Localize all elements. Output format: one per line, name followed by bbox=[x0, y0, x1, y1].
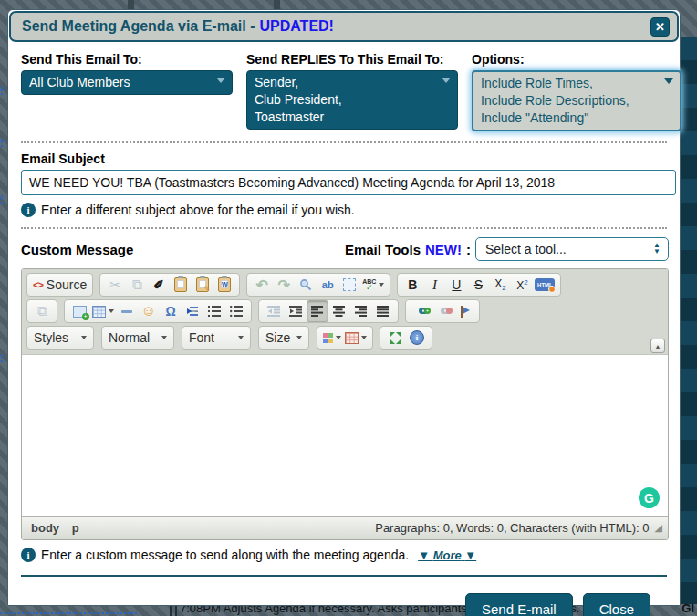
align-left-button[interactable] bbox=[307, 300, 328, 322]
undo-icon: ↶ bbox=[256, 277, 268, 294]
smiley-button[interactable]: ☺ bbox=[138, 300, 160, 322]
format-label: Normal bbox=[109, 330, 150, 345]
align-left-icon bbox=[311, 306, 324, 317]
format-dropdown[interactable]: Normal bbox=[101, 326, 174, 350]
link-icon: + bbox=[413, 307, 428, 316]
size-dropdown[interactable]: Size bbox=[258, 326, 309, 350]
page-break-button[interactable] bbox=[182, 300, 203, 322]
send-email-button[interactable]: Send E-mail bbox=[465, 593, 573, 616]
format-painter-button[interactable]: ✐ bbox=[148, 274, 170, 296]
unlink-icon bbox=[435, 307, 450, 316]
image-icon: + bbox=[73, 306, 87, 318]
subscript-icon: X2 bbox=[494, 277, 505, 292]
bulleted-list-button[interactable] bbox=[225, 300, 247, 322]
chevron-down-icon bbox=[442, 78, 451, 83]
options-select[interactable]: Include Role Times, Include Role Descrip… bbox=[472, 70, 681, 131]
table-icon bbox=[92, 306, 106, 318]
custom-message-hint-text: Enter a custom message to send along wit… bbox=[41, 548, 409, 562]
font-dropdown[interactable]: Font bbox=[182, 326, 251, 350]
options-field: Options: Include Role Times, Include Rol… bbox=[472, 52, 681, 131]
redo-button[interactable]: ↷ bbox=[273, 274, 295, 296]
bold-button[interactable]: B bbox=[401, 274, 423, 296]
arrow-up-icon: ▲ bbox=[655, 343, 661, 350]
replies-to-select[interactable]: Sender, Club President, Toastmaster bbox=[246, 70, 458, 130]
strikethrough-button[interactable]: S bbox=[467, 274, 489, 296]
indent-button[interactable] bbox=[285, 300, 307, 322]
chevron-down-icon bbox=[361, 336, 367, 339]
insert-table-button[interactable] bbox=[90, 300, 116, 322]
styles-dropdown[interactable]: Styles bbox=[26, 326, 94, 350]
paintbrush-icon: ✐ bbox=[153, 277, 164, 292]
send-agenda-dialog: Send Meeting Agenda via E-mail -UPDATED!… bbox=[7, 9, 681, 606]
dialog-titlebar: Send Meeting Agenda via E-mail -UPDATED!… bbox=[9, 11, 679, 42]
background-link-fragment bbox=[1, 354, 7, 362]
insert-image-button[interactable]: + bbox=[68, 300, 90, 322]
chevron-down-icon bbox=[238, 336, 244, 339]
underline-button[interactable]: U bbox=[445, 274, 467, 296]
background-tab-notch bbox=[128, 0, 134, 9]
italic-button[interactable]: I bbox=[423, 274, 445, 296]
special-char-button[interactable]: Ω bbox=[160, 300, 182, 322]
chevron-down-icon bbox=[109, 309, 114, 313]
paste-button[interactable] bbox=[170, 274, 192, 296]
cut-button[interactable]: ✂ bbox=[104, 274, 126, 296]
path-p[interactable]: p bbox=[72, 521, 79, 535]
subscript-button[interactable]: X2 bbox=[489, 274, 511, 296]
send-to-select[interactable]: All Club Members bbox=[21, 70, 233, 95]
text-color-icon bbox=[323, 333, 333, 343]
options-line: Include "Attending" bbox=[481, 110, 660, 127]
about-button[interactable]: i bbox=[406, 327, 428, 349]
close-icon[interactable]: ✕ bbox=[650, 17, 670, 37]
html-editor-button[interactable]: HTML bbox=[533, 274, 557, 296]
horizontal-rule-button[interactable] bbox=[116, 300, 138, 322]
numbered-list-button[interactable] bbox=[203, 300, 225, 322]
recipients-row: Send This Email To: All Club Members Sen… bbox=[21, 52, 669, 131]
replace-button[interactable]: ab bbox=[317, 274, 338, 296]
select-all-icon bbox=[343, 278, 356, 291]
subject-hint-text: Enter a different subject above for the … bbox=[41, 203, 355, 217]
editor-scroll-up-button[interactable]: ▲ bbox=[650, 339, 665, 353]
bg-color-button[interactable] bbox=[343, 327, 369, 349]
align-center-button[interactable] bbox=[328, 300, 350, 322]
pages-icon: ⧉ bbox=[37, 303, 47, 319]
editor-statusbar: body p Paragraphs: 0, Words: 0, Characte… bbox=[22, 516, 668, 539]
templates-button[interactable]: ⧉ bbox=[31, 300, 53, 322]
select-all-button[interactable] bbox=[338, 274, 360, 296]
superscript-button[interactable]: X2 bbox=[511, 274, 533, 296]
text-color-button[interactable] bbox=[321, 327, 343, 349]
undo-button[interactable]: ↶ bbox=[251, 274, 273, 296]
toolbar-row-3: Styles Normal Font Size i bbox=[26, 326, 663, 350]
subject-input[interactable] bbox=[21, 170, 676, 195]
spellcheck-button[interactable]: ABC✓ bbox=[360, 274, 386, 296]
more-link[interactable]: ▼ More ▼ bbox=[418, 548, 476, 562]
find-button[interactable] bbox=[295, 274, 317, 296]
chevron-down-icon bbox=[379, 283, 384, 287]
omega-icon: Ω bbox=[165, 304, 175, 318]
copy-icon: ⧉ bbox=[132, 277, 142, 293]
info-icon: i bbox=[21, 203, 36, 217]
copy-button[interactable]: ⧉ bbox=[126, 274, 148, 296]
close-button[interactable]: Close bbox=[583, 593, 650, 616]
subject-label: Email Subject bbox=[21, 151, 669, 166]
grammarly-icon[interactable]: G bbox=[639, 487, 660, 508]
source-button[interactable]: <> Source bbox=[31, 274, 88, 296]
paste-word-button[interactable]: W bbox=[213, 274, 235, 296]
spellcheck-icon: ABC✓ bbox=[362, 278, 376, 291]
align-center-icon bbox=[333, 306, 346, 317]
align-right-button[interactable] bbox=[350, 300, 372, 322]
path-body[interactable]: body bbox=[31, 521, 59, 535]
link-button[interactable]: + bbox=[410, 300, 432, 322]
editor-content-area[interactable]: G bbox=[22, 354, 668, 516]
unlink-button[interactable] bbox=[432, 300, 453, 322]
maximize-button[interactable] bbox=[384, 327, 406, 349]
resize-handle-icon[interactable]: ◢ bbox=[655, 522, 662, 534]
anchor-button[interactable] bbox=[453, 300, 475, 322]
email-tools-colon: : bbox=[466, 242, 471, 257]
justify-button[interactable] bbox=[372, 300, 394, 322]
replies-line: Toastmaster bbox=[255, 109, 437, 126]
outdent-button[interactable] bbox=[263, 300, 285, 322]
superscript-icon: X2 bbox=[516, 278, 527, 292]
tool-select[interactable]: Select a tool... ▲▼ bbox=[475, 237, 669, 261]
element-path: body p bbox=[31, 521, 88, 535]
paste-text-button[interactable]: ✎ bbox=[192, 274, 213, 296]
